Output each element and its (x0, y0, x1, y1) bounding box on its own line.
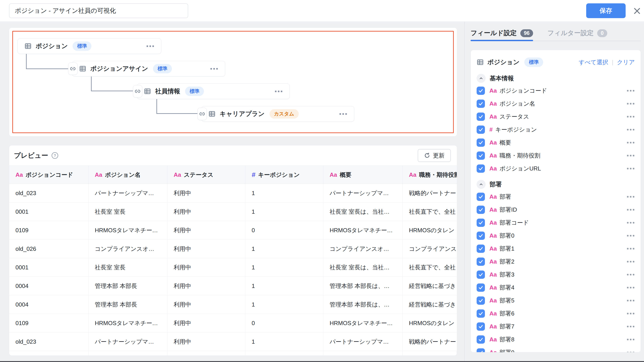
field-checkbox[interactable] (476, 165, 485, 173)
field-checkbox[interactable] (476, 100, 485, 108)
refresh-icon (424, 152, 430, 159)
field-checkbox[interactable] (476, 245, 485, 253)
table-cell: 0 (245, 221, 323, 239)
close-button[interactable] (633, 7, 641, 15)
sidebar-tab[interactable]: フィルター設定 0 (548, 26, 607, 41)
field-row: Aa 部署0 (476, 229, 635, 242)
field-menu-button[interactable] (626, 298, 635, 303)
field-checkbox[interactable] (476, 113, 485, 121)
field-checkbox[interactable] (476, 309, 485, 318)
table-row: old_023パートナーシップマ…利用中1パートナーシップマ…戦略的パートナー (9, 333, 457, 351)
field-row: Aa 部署 (476, 190, 635, 203)
field-menu-button[interactable] (626, 128, 635, 132)
node-menu-button[interactable] (146, 44, 154, 48)
node-menu-button[interactable] (274, 89, 283, 94)
field-label: キーポジション (495, 126, 537, 134)
table-cell: 戦略的パートナー (403, 333, 457, 351)
field-menu-button[interactable] (626, 247, 635, 251)
table-type-badge: 標準 (153, 64, 172, 73)
table-cell: 利用中 (168, 221, 245, 239)
collapse-section-button[interactable] (476, 74, 486, 83)
save-button[interactable]: 保存 (586, 3, 626, 18)
field-type-icon: Aa (330, 171, 337, 178)
table-cell: 1 (245, 277, 323, 295)
field-label: ポジションコード (500, 87, 547, 95)
table-node[interactable]: 社員情報 標準 (137, 83, 290, 99)
table-node-name: 社員情報 (155, 87, 180, 96)
field-menu-button[interactable] (626, 154, 635, 158)
relation-link-button[interactable] (133, 85, 142, 98)
field-row: # キーポジション (476, 123, 635, 136)
checkmark-icon (478, 114, 483, 119)
field-menu-button[interactable] (626, 195, 635, 199)
field-menu-button[interactable] (626, 208, 635, 212)
table-row: old_023パートナーシップマ…利用中1パートナーシップマ…戦略的パートナー (9, 184, 457, 202)
field-checkbox[interactable] (476, 335, 485, 344)
field-menu-button[interactable] (626, 167, 635, 171)
field-menu-button[interactable] (626, 260, 635, 264)
field-checkbox[interactable] (476, 348, 485, 353)
node-menu-button[interactable] (210, 67, 218, 71)
checkmark-icon (478, 88, 483, 93)
field-menu-button[interactable] (626, 337, 635, 342)
view-title-input[interactable] (9, 3, 188, 18)
field-checkbox[interactable] (476, 232, 485, 240)
field-row: Aa ポジションURL (476, 162, 635, 175)
field-checkbox[interactable] (476, 87, 485, 95)
field-menu-button[interactable] (626, 141, 635, 145)
field-menu-button[interactable] (626, 102, 635, 106)
table-type-badge: 標準 (524, 57, 543, 67)
table-node[interactable]: ポジションアサイン 標準 (72, 61, 225, 76)
table-icon (476, 59, 484, 66)
field-sections: 基本情報 Aa ポジションコード (476, 72, 635, 352)
field-checkbox[interactable] (476, 206, 485, 214)
relation-link-button[interactable] (68, 62, 78, 75)
field-label: 部署7 (500, 323, 514, 331)
field-label: 職務・期待役割 (500, 152, 540, 160)
field-menu-button[interactable] (626, 89, 635, 93)
field-type-icon: Aa (490, 336, 497, 343)
field-checkbox[interactable] (476, 296, 485, 305)
field-type-icon: Aa (490, 310, 497, 317)
table-icon (24, 42, 32, 50)
field-section: 部署 Aa 部署 (476, 179, 635, 352)
field-type-icon: Aa (490, 219, 497, 226)
field-checkbox[interactable] (476, 139, 485, 147)
table-cell: HRMOSタレマネチー… (88, 221, 168, 239)
field-checkbox[interactable] (476, 257, 485, 266)
field-menu-button[interactable] (626, 286, 635, 290)
help-icon[interactable] (51, 152, 58, 159)
field-checkbox[interactable] (476, 270, 485, 279)
link-icon (70, 65, 76, 72)
field-type-icon: Aa (490, 100, 497, 107)
field-checkbox[interactable] (476, 193, 485, 201)
field-menu-button[interactable] (626, 221, 635, 225)
field-menu-button[interactable] (626, 115, 635, 119)
field-checkbox[interactable] (476, 219, 485, 227)
field-menu-button[interactable] (626, 324, 635, 329)
table-node[interactable]: ポジション 標準 (18, 38, 161, 54)
table-cell: 利用中 (168, 314, 245, 332)
collapse-section-button[interactable] (476, 180, 486, 189)
relation-link-button[interactable] (198, 108, 207, 120)
field-label: ポジション名 (500, 100, 535, 108)
node-menu-button[interactable] (339, 112, 347, 116)
field-checkbox[interactable] (476, 152, 485, 160)
field-menu-button[interactable] (626, 350, 635, 353)
field-checkbox[interactable] (476, 322, 485, 331)
clear-link[interactable]: クリア (617, 58, 635, 66)
field-menu-button[interactable] (626, 311, 635, 316)
field-menu-button[interactable] (626, 234, 635, 238)
refresh-button[interactable]: 更新 (418, 149, 451, 162)
column-header: # キーポジション (245, 166, 323, 184)
table-row: 0004管理本部 本部長利用中1管理本部 本部長は、…経営戦略に基づき (9, 277, 457, 295)
sidebar-tab[interactable]: フィールド設定 96 (470, 26, 533, 41)
field-checkbox[interactable] (476, 283, 485, 292)
field-label: 部署 (500, 193, 511, 201)
field-label: 部署5 (500, 297, 514, 305)
table-node[interactable]: キャリアプラン カスタム (202, 106, 354, 122)
preview-panel: プレビュー 更新 Aa ポジションコード Aa ポジション名 Aa ステータス … (9, 145, 457, 356)
field-menu-button[interactable] (626, 273, 635, 277)
field-checkbox[interactable] (476, 126, 485, 134)
select-all-link[interactable]: すべて選択 (579, 58, 608, 66)
